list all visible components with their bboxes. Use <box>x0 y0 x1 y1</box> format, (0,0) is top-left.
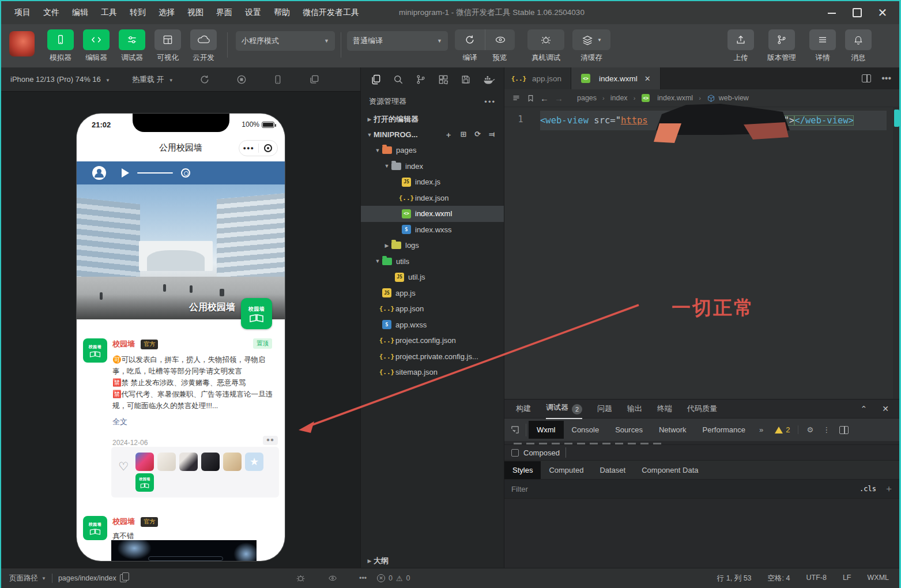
refresh-icon[interactable]: ⟳ <box>474 130 481 140</box>
tab-output[interactable]: 输出 <box>627 400 642 417</box>
docker-whale-icon[interactable] <box>482 74 495 85</box>
compile-button[interactable] <box>455 29 485 50</box>
breadcrumb-file[interactable]: index.wxml <box>657 94 693 102</box>
forward-icon[interactable]: → <box>555 93 563 103</box>
refresh-simulator-icon[interactable] <box>199 74 210 85</box>
breadcrumb-index[interactable]: index <box>610 94 628 102</box>
liker-avatar[interactable] <box>201 453 220 471</box>
tree-item-app-js[interactable]: JSapp.js <box>361 285 504 301</box>
menu-goto[interactable]: 转到 <box>125 5 151 20</box>
breadcrumb-node[interactable]: web-view <box>719 94 749 102</box>
menu-file[interactable]: 文件 <box>38 5 65 20</box>
tab-dataset[interactable]: Dataset <box>591 461 634 479</box>
liker-avatar[interactable] <box>179 453 198 471</box>
device-debug-button[interactable] <box>527 29 564 50</box>
post-avatar[interactable]: 校园墙 <box>83 516 107 540</box>
liker-avatar[interactable]: 校园墙 <box>135 473 154 492</box>
device-selector[interactable]: iPhone 12/13 (Pro) 74% 16 ▼ <box>10 75 110 84</box>
more-tabs-icon[interactable]: » <box>753 425 769 434</box>
menu-interface[interactable]: 界面 <box>211 5 237 20</box>
full-text-link[interactable]: 全文 <box>112 416 278 428</box>
menu-select[interactable]: 选择 <box>153 5 180 20</box>
menu-tools[interactable]: 工具 <box>96 5 122 20</box>
tree-item-pages[interactable]: ▼pages <box>361 142 504 159</box>
menu-wechat-devtools[interactable]: 微信开发者工具 <box>297 5 364 20</box>
tree-item-app-json[interactable]: {..}app.json <box>361 301 504 317</box>
device-frame-icon[interactable] <box>273 74 283 85</box>
mode-select[interactable]: 小程序模式 ▼ <box>236 31 335 51</box>
post-image[interactable] <box>111 540 257 561</box>
tab-index-wxml[interactable]: <> index.wxml ✕ <box>571 67 661 89</box>
language-mode[interactable]: WXML <box>868 574 889 583</box>
tree-item-app-wxss[interactable]: Sapp.wxss <box>361 317 504 333</box>
menu-settings[interactable]: 设置 <box>240 5 266 20</box>
phone-simulator[interactable]: 21:02 100% 公用校园墙 ●●● <box>77 114 285 561</box>
post-avatar[interactable]: 校园墙 <box>83 338 107 363</box>
liker-avatar[interactable] <box>223 453 242 471</box>
project-section[interactable]: ▼ MINIPROG... ＋ ⊞ ⟳ ⫤ <box>361 127 504 142</box>
tab-component-data[interactable]: Component Data <box>634 461 706 479</box>
liker-avatar[interactable] <box>157 453 176 471</box>
encoding[interactable]: UTF-8 <box>806 574 826 583</box>
copy-icon[interactable] <box>120 574 127 582</box>
tab-app-json[interactable]: {..} app.json <box>504 67 571 89</box>
outline-list-icon[interactable] <box>511 94 521 103</box>
composed-checkbox[interactable] <box>511 449 519 457</box>
new-file-icon[interactable]: ＋ <box>444 130 452 140</box>
devtools-tab-wxml[interactable]: Wxml <box>529 421 564 439</box>
preview-button[interactable] <box>485 29 515 50</box>
tab-computed[interactable]: Computed <box>541 461 591 479</box>
tree-item-index-json[interactable]: {..}index.json <box>361 190 504 206</box>
devtools-tab-network[interactable]: Network <box>651 421 695 439</box>
gear-icon[interactable]: ⚙ <box>806 425 813 434</box>
indent-setting[interactable]: 空格: 4 <box>768 574 790 583</box>
menu-project[interactable]: 项目 <box>9 5 36 20</box>
cloud-dev-button[interactable]: 云开发 <box>186 29 221 63</box>
tree-item-index-wxss[interactable]: Sindex.wxss <box>361 222 504 238</box>
new-folder-icon[interactable]: ⊞ <box>460 130 466 140</box>
messages-button[interactable]: 消息 <box>840 29 876 63</box>
search-icon[interactable] <box>393 74 404 85</box>
capsule-menu[interactable]: ●●● <box>239 140 278 156</box>
tree-item-logs[interactable]: ▶logs <box>361 238 504 254</box>
scrollbar-thumb[interactable] <box>894 110 899 127</box>
eye-icon[interactable] <box>327 574 338 583</box>
user-icon[interactable] <box>92 165 107 180</box>
editor-scrollbar[interactable] <box>893 107 900 399</box>
debugger-toggle-button[interactable]: 调试器 <box>114 29 150 63</box>
post-author[interactable]: 校园墙 <box>112 340 135 348</box>
eol-setting[interactable]: LF <box>843 574 851 583</box>
exit-icon[interactable] <box>259 144 278 152</box>
liker-avatar[interactable] <box>135 453 154 471</box>
breadcrumb-pages[interactable]: pages <box>577 94 597 102</box>
more-actions-icon[interactable]: ••• <box>881 73 891 84</box>
save-icon[interactable] <box>460 74 472 85</box>
git-branch-icon[interactable] <box>415 74 427 85</box>
tab-problems[interactable]: 问题 <box>597 400 612 417</box>
split-editor-icon[interactable] <box>862 74 871 82</box>
back-icon[interactable]: ← <box>540 93 549 103</box>
tab-debugger[interactable]: 调试器2 <box>546 399 582 419</box>
tree-item-sitemap[interactable]: {..}sitemap.json <box>361 364 504 380</box>
tree-item-index-js[interactable]: JSindex.js <box>361 174 504 190</box>
collapse-panel-icon[interactable]: ⌃ <box>861 404 868 413</box>
bug-icon[interactable] <box>295 573 306 583</box>
play-icon[interactable] <box>122 168 129 178</box>
user-avatar[interactable] <box>9 31 35 56</box>
tab-build[interactable]: 构建 <box>516 400 531 417</box>
menu-help[interactable]: 帮助 <box>269 5 295 20</box>
more-actions-icon[interactable]: ••• <box>359 574 367 582</box>
post-more-button[interactable]: ●● <box>263 436 278 445</box>
version-control-button[interactable]: 版本管理 <box>759 29 805 63</box>
collapse-all-icon[interactable]: ⫤ <box>489 130 495 140</box>
details-button[interactable]: 详情 <box>805 29 840 63</box>
liker-avatar-star[interactable]: ★ <box>245 453 263 471</box>
inspect-element-icon[interactable] <box>504 424 526 436</box>
outline-section[interactable]: ▶ 大纲 <box>361 554 504 568</box>
code-editor[interactable]: 1 <web-view src="httpsdh/"></web-view> <box>504 107 900 399</box>
menu-edit[interactable]: 编辑 <box>67 5 93 20</box>
cursor-position[interactable]: 行 1, 列 53 <box>717 574 752 583</box>
devtools-tab-sources[interactable]: Sources <box>607 421 651 439</box>
close-button[interactable]: ✕ <box>877 7 888 18</box>
page-path-selector[interactable]: 页面路径 ▼ <box>9 574 46 583</box>
